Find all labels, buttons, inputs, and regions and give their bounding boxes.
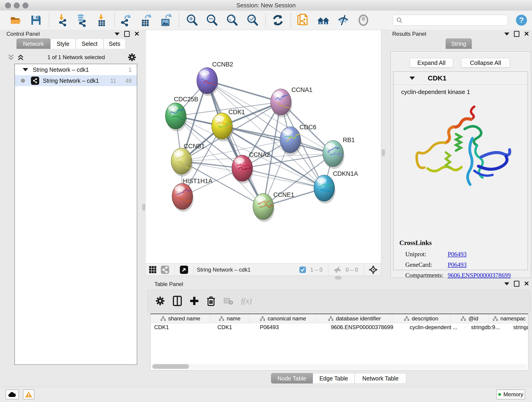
column-header-name[interactable]: name <box>210 314 249 323</box>
network-edge[interactable] <box>207 81 263 206</box>
zoom-fit-button[interactable] <box>225 13 239 27</box>
panel-close-icon[interactable]: ✕ <box>134 32 139 36</box>
tab-network-table[interactable]: Network Table <box>355 373 406 384</box>
save-session-button[interactable] <box>29 13 43 27</box>
zoom-selected-button[interactable] <box>245 13 260 27</box>
protein-card-header[interactable]: CDK1 <box>393 72 528 85</box>
help-button[interactable]: ? <box>514 13 529 27</box>
column-header-shared-name[interactable]: shared name <box>151 314 210 323</box>
table-cell[interactable]: CDK1 <box>214 323 256 332</box>
panel-float-icon[interactable] <box>514 31 519 37</box>
panel-menu-icon[interactable] <box>504 282 509 285</box>
grid-view-icon[interactable] <box>149 266 157 274</box>
expand-all-button[interactable]: Expand All <box>410 58 453 68</box>
warning-status-button[interactable] <box>23 389 34 400</box>
disclosure-triangle-icon[interactable] <box>23 68 28 71</box>
show-all-button[interactable] <box>356 13 370 27</box>
table-horizontal-scrollbar[interactable] <box>151 364 527 369</box>
network-node-cdkn1a[interactable]: CDKN1A <box>314 170 358 204</box>
column-hierarchy-icon <box>260 316 265 321</box>
network-canvas[interactable]: CCNB2CCNA1CDC25BCDK1CDC6RB1CCNB1CCNA2CDK… <box>145 30 381 264</box>
scrollbar-thumb[interactable] <box>152 364 189 369</box>
crosslink-link[interactable]: P06493 <box>448 251 467 258</box>
network-node-ccnb2[interactable]: CCNB2 <box>197 61 233 96</box>
export-image-button[interactable] <box>159 13 173 27</box>
table-settings-gear-icon[interactable] <box>155 296 165 306</box>
table-toolbar: f(x) <box>147 290 530 312</box>
tab-edge-table[interactable]: Edge Table <box>313 373 355 384</box>
column-header-namespac[interactable]: namespac <box>489 314 528 323</box>
cloud-status-button[interactable] <box>6 389 19 400</box>
network-node-ccne1[interactable]: CCNE1 <box>253 191 294 222</box>
network-share-icon[interactable] <box>161 265 169 274</box>
zoom-out-button[interactable] <box>205 13 219 27</box>
delete-column-icon[interactable] <box>207 296 215 306</box>
table-panel: Table Panel ✕ f(x) shared namenameca <box>145 280 532 387</box>
open-session-button[interactable] <box>8 13 23 27</box>
panel-menu-icon[interactable] <box>504 32 509 36</box>
export-network-button[interactable] <box>119 13 133 27</box>
network-edge[interactable] <box>222 126 333 153</box>
export-table-button[interactable] <box>139 13 153 27</box>
table-cell[interactable]: 9606.ENSP00000378699 <box>327 323 406 332</box>
gear-icon[interactable] <box>128 53 136 62</box>
tab-sets[interactable]: Sets <box>104 38 126 49</box>
crosslink-link[interactable]: 9606.ENSP00000378699 <box>448 272 511 279</box>
selected-checkbox-icon[interactable] <box>299 266 306 273</box>
window-zoom-button[interactable] <box>22 2 28 8</box>
window-close-button[interactable] <box>5 2 11 8</box>
expand-all-icon[interactable] <box>17 53 25 61</box>
table-cell[interactable]: stringdb <box>510 323 528 332</box>
table-cell[interactable]: P06493 <box>256 323 327 332</box>
left-splitter-grip[interactable] <box>142 204 146 211</box>
crosshair-icon[interactable] <box>369 265 378 274</box>
zoom-in-icon <box>186 14 198 27</box>
import-network-button[interactable] <box>55 13 69 27</box>
collapse-all-icon[interactable] <box>7 53 15 61</box>
table-cell[interactable]: stringdb:9... <box>467 323 510 332</box>
zoom-in-button[interactable] <box>185 13 199 27</box>
tab-style[interactable]: Style <box>51 38 76 49</box>
table-cell[interactable]: CDK1 <box>151 323 214 332</box>
node-label: CDC6 <box>299 124 317 131</box>
window-minimize-button[interactable] <box>14 2 20 8</box>
column-header-database-identifier[interactable]: database identifier <box>317 314 392 323</box>
tab-node-table[interactable]: Node Table <box>271 373 313 384</box>
network-collection-row[interactable]: String Network – cdk1 1 <box>15 64 137 75</box>
tab-network[interactable]: Network <box>17 38 51 49</box>
import-network-from-database-button[interactable] <box>74 13 89 27</box>
collapse-all-button[interactable]: Collapse All <box>461 58 510 68</box>
panel-close-icon[interactable]: ✕ <box>524 32 529 36</box>
network-node-rb1[interactable]: RB1 <box>323 137 355 169</box>
network-node-cdc6[interactable]: CDC6 <box>280 124 317 155</box>
column-header-canonical-name[interactable]: canonical name <box>249 314 317 323</box>
homes-button[interactable] <box>316 13 330 27</box>
add-column-icon[interactable] <box>190 296 199 306</box>
table-row[interactable]: CDK1CDK1P064939606.ENSP00000378699cyclin… <box>151 323 528 332</box>
refresh-button[interactable] <box>271 13 285 27</box>
disclosure-triangle-icon[interactable] <box>409 77 415 80</box>
save-floppy-icon <box>30 14 42 26</box>
tab-select[interactable]: Select <box>76 38 104 49</box>
bottom-splitter-grip[interactable] <box>335 276 341 279</box>
tab-string[interactable]: String <box>446 38 472 49</box>
panel-float-icon[interactable] <box>514 281 519 287</box>
import-table-button[interactable] <box>95 13 109 27</box>
crosslink-link[interactable]: P06493 <box>448 261 467 268</box>
birdseye-view-icon[interactable] <box>180 265 188 274</box>
network-row[interactable]: String Network – cdk1 11 48 <box>15 75 137 86</box>
show-columns-icon[interactable] <box>173 296 182 306</box>
hidden-eye-icon[interactable] <box>333 266 342 273</box>
hide-selected-button[interactable] <box>336 13 351 27</box>
memory-button[interactable]: Memory <box>496 389 525 400</box>
share-document-button[interactable] <box>296 13 310 27</box>
search-input[interactable] <box>403 17 508 23</box>
panel-close-icon[interactable]: ✕ <box>524 281 529 286</box>
panel-float-icon[interactable] <box>124 31 130 37</box>
column-header-@id[interactable]: @id <box>450 314 489 323</box>
network-node-hist1h1a[interactable]: HIST1H1A <box>172 178 212 212</box>
panel-menu-icon[interactable] <box>114 32 120 36</box>
table-cell[interactable]: cyclin-dependent ... <box>406 323 467 332</box>
column-header-description[interactable]: description <box>392 314 450 323</box>
right-splitter-grip[interactable] <box>382 149 385 156</box>
